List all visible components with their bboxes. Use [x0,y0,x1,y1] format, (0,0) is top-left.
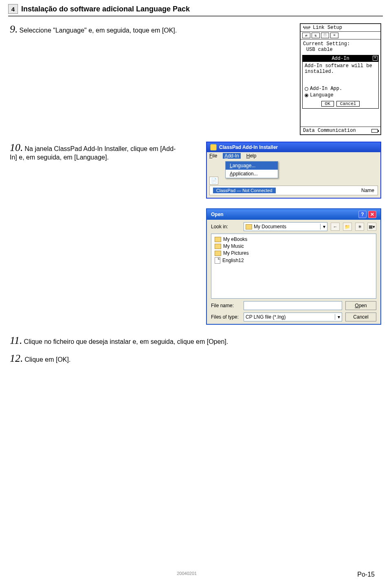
section-number: 4 [11,6,15,13]
nav-views-icon[interactable]: ▦▾ [367,223,376,231]
step-10-text-block: 10. Na janela ClassPad Add-In Installer,… [10,142,181,325]
installer-title: ClassPad Add-In Installer [219,144,278,150]
file-icon [215,257,220,264]
step-10-row: 10. Na janela ClassPad Add-In Installer,… [10,142,381,325]
step-10-text: Na janela ClassPad Add-In Installer, cli… [10,145,176,161]
nav-back-icon[interactable]: ← [331,223,340,231]
menu-addin[interactable]: Add-In [223,153,240,159]
device-dialog-buttons: OK Cancel [303,99,378,108]
chevron-down-icon: ▾ [335,314,340,320]
section-title: Instalação do software adicional Languag… [21,5,190,13]
open-button[interactable]: Open [345,301,376,310]
device-mockup: Link Setup ⇄ ⇅ □ ≡ Current Setting: USB … [300,23,381,135]
device-toolbar: ⇄ ⇅ □ ≡ [301,32,380,39]
step-11-block: 11. Clique no ficheiro que deseja instal… [10,334,381,347]
link-icon [303,26,310,30]
step-10-number: 10. [10,142,23,153]
radio-unchecked-icon [305,87,308,91]
footer-page: Po-15 [357,571,375,578]
dialog-help-button[interactable]: ? [358,211,367,218]
installer-client-area: ClassPad — Not Connected Name [209,186,378,195]
toolbar-new-icon[interactable]: 📄 [209,177,218,185]
menu-file[interactable]: File [209,153,217,159]
device-dialog: Add-In × Add-In software will be install… [302,55,379,109]
device-tb-btn-3[interactable]: □ [321,33,329,38]
chevron-down-icon: ▾ [320,224,325,230]
item-label: English12 [222,258,244,263]
step-12-text: Clique em [OK]. [25,356,71,363]
section-number-box: 4 [8,4,18,14]
device-tb-btn-4[interactable]: ≡ [330,33,338,38]
filetype-value: CP LNG file (*.lng) [246,314,286,320]
filetype-row: Files of type: CP LNG file (*.lng) ▾ Can… [207,313,380,324]
step-12-number: 12. [10,352,23,364]
lookin-row: Look in: My Documents ▾ ← 📁 ✳ ▦▾ [207,220,380,234]
device-tb-btn-2[interactable]: ⇅ [312,33,320,38]
footer-date: 20040201 [177,571,197,578]
status-badge: ClassPad — Not Connected [213,188,276,193]
list-item[interactable]: My Music [215,243,373,249]
step-10-figure-col: ClassPad Add-In Installer File Add-In He… [185,142,381,325]
folder-icon [246,224,252,230]
lookin-combo[interactable]: My Documents ▾ [244,222,327,231]
dropdown-application[interactable]: Application... [226,170,278,178]
app-icon [210,144,217,151]
installer-window: ClassPad Add-In Installer File Add-In He… [206,142,381,199]
folder-icon [215,251,221,256]
installer-titlebar: ClassPad Add-In Installer [207,142,380,152]
item-label: My eBooks [223,236,247,242]
radio-addin-app-label: Add-In App. [310,86,342,92]
device-ok-button[interactable]: OK [321,101,334,107]
menu-help[interactable]: Help [246,153,257,159]
step-9-row: 9. Seleccione "Language" e, em seguida, … [10,23,381,135]
installer-menu-bar: File Add-In Help [207,152,380,160]
filetype-label: Files of type: [211,314,240,320]
list-item[interactable]: My Pictures [215,250,373,256]
open-dialog: Open ? ✕ Look in: My Documents ▾ ← 📁 [206,208,381,325]
filename-row: File name: Open [207,299,380,313]
step-9-figure-col: Link Setup ⇄ ⇅ □ ≡ Current Setting: USB … [185,23,381,135]
step-11-text: Clique no ficheiro que deseja instalar e… [24,338,228,345]
device-current-value: USB cable [303,47,378,52]
lookin-label: Look in: [211,224,240,230]
nav-new-folder-icon[interactable]: ✳ [355,223,364,231]
radio-language-row[interactable]: Language [305,92,376,98]
device-tb-btn-1[interactable]: ⇄ [302,33,310,38]
nav-up-icon[interactable]: 📁 [343,223,352,231]
device-footer: Data Communication [301,127,380,134]
radio-language-label: Language [310,92,334,98]
step-9-text-block: 9. Seleccione "Language" e, em seguida, … [10,23,181,135]
step-9-text: Seleccione "Language" e, em seguida, toq… [20,27,177,34]
radio-addin-app-row[interactable]: Add-In App. [305,86,376,92]
lookin-value: My Documents [254,224,286,230]
list-item[interactable]: English12 [215,257,373,264]
filetype-combo[interactable]: CP LNG file (*.lng) ▾ [244,313,342,321]
step-12-block: 12. Clique em [OK]. [10,352,381,365]
open-dialog-titlebar: Open ? ✕ [207,209,380,220]
folder-icon [215,244,221,249]
device-cancel-button[interactable]: Cancel [336,101,360,107]
radio-checked-icon [305,94,308,97]
item-label: My Music [223,243,244,249]
addin-dropdown: Language... Application... [225,161,278,178]
device-dialog-message: Add-In software will be installed. [305,63,376,74]
dropdown-language[interactable]: Language... [226,162,278,170]
page-header: 4 Instalação do software adicional Langu… [0,0,391,15]
device-dialog-close-icon[interactable]: × [373,56,378,61]
dialog-close-button[interactable]: ✕ [368,211,376,218]
file-list[interactable]: My eBooks My Music My Pictures English12 [211,234,376,299]
open-dialog-title: Open [211,212,224,217]
battery-icon [371,129,378,133]
device-titlebar: Link Setup [301,24,380,32]
device-dialog-body: Add-In software will be installed. Add-I… [303,62,378,99]
step-9-number: 9. [10,23,18,35]
item-label: My Pictures [223,250,249,256]
device-footer-text: Data Communication [303,128,356,133]
device-current-label: Current Setting: [303,41,378,47]
list-item[interactable]: My eBooks [215,236,373,242]
column-name: Name [361,188,374,193]
cancel-button[interactable]: Cancel [345,313,376,321]
filename-input[interactable] [244,301,342,310]
page-footer: 20040201 Po-15 [0,571,391,578]
content: 9. Seleccione "Language" e, em seguida, … [0,17,391,371]
